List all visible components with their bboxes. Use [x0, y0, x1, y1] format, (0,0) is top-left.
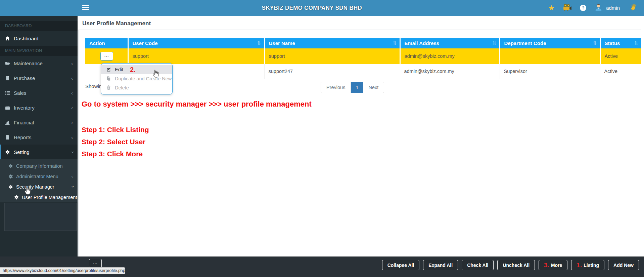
sidebar-item-reports[interactable]: Reports‹: [0, 130, 78, 145]
status-badge: Active: [600, 64, 641, 79]
setting-submenu: Company Information Administrator Menu‹ …: [0, 159, 78, 202]
top-navbar: SKYBIZ DEMO COMPANY SDN BHD ★ ? admin: [0, 0, 644, 16]
pagination: Previous 1 Next: [321, 82, 384, 93]
sort-icon: ⇅: [393, 40, 397, 46]
file-icon: [5, 76, 10, 81]
instruction-step-1: Step 1: Click Listing: [82, 126, 149, 134]
column-header-user-name[interactable]: User Name⇅: [264, 38, 400, 48]
sort-icon: ⇅: [593, 40, 597, 46]
chevron-down-icon: ‹: [70, 186, 75, 187]
chevron-down-icon: ‹: [69, 151, 75, 153]
step-2-annotation: 2.: [130, 66, 136, 73]
check-all-button[interactable]: Check All: [462, 260, 494, 270]
navbar-icons: ★ ? admin: [548, 0, 638, 16]
cell-email: admin@skybiz.com.my: [400, 64, 500, 79]
home-icon: [5, 36, 10, 41]
table-header-row: Action User Code⇅ User Name⇅ Email Addre…: [85, 38, 641, 48]
star-icon[interactable]: ★: [548, 4, 555, 12]
sort-icon: ⇅: [493, 40, 497, 46]
bar-chart-icon: [5, 120, 10, 125]
page-title: User Profile Management: [82, 20, 151, 27]
menu-item-delete[interactable]: Delete: [101, 83, 172, 92]
edit-icon: [106, 67, 111, 72]
chevron-left-icon: ‹: [71, 90, 73, 96]
user-name-label[interactable]: admin: [606, 5, 620, 11]
cell-email: admin@skybiz.com.my: [400, 48, 500, 64]
sidebar-item-inventory[interactable]: Inventory‹: [0, 100, 78, 115]
company-title: SKYBIZ DEMO COMPANY SDN BHD: [0, 0, 624, 16]
sidebar-item-dashboard[interactable]: Dashboard: [0, 31, 78, 46]
menu-item-duplicate-and-create-new[interactable]: Duplicate and Create New: [101, 74, 172, 83]
listing-button[interactable]: 1.Listing: [571, 260, 604, 270]
step-1-annotation: 1.: [577, 262, 582, 268]
cell-department: Supervisor: [500, 64, 600, 79]
expand-all-button[interactable]: Expand All: [423, 260, 458, 270]
help-icon[interactable]: ?: [580, 5, 586, 11]
sidebar-item-administrator-menu[interactable]: Administrator Menu‹: [0, 171, 78, 182]
main-content: User Profile Management Action User Code…: [78, 16, 644, 256]
cell-user-code: support: [128, 48, 264, 64]
cell-user-name: support: [264, 48, 400, 64]
cell-department: [500, 48, 600, 64]
cell-user-name: support247: [264, 64, 400, 79]
instruction-navigation: Go to system >>> security manager >>> us…: [82, 100, 312, 109]
collapse-all-button[interactable]: Collapse All: [382, 260, 420, 270]
uncheck-all-button[interactable]: Uncheck All: [497, 260, 535, 270]
sort-icon: ⇅: [257, 40, 261, 46]
row-action-more-button[interactable]: ...: [100, 52, 113, 61]
instruction-step-3: Step 3: Click More: [82, 150, 143, 158]
sidebar-overlay-panel: [4, 203, 77, 231]
gear-icon: [8, 164, 13, 168]
previous-page-button[interactable]: Previous: [321, 82, 351, 93]
briefcase-icon: [5, 105, 10, 110]
video-tutorial-icon[interactable]: [563, 3, 572, 12]
chevron-left-icon: ‹: [72, 174, 73, 179]
sidebar-item-company-information[interactable]: Company Information: [0, 161, 78, 171]
row-action-context-menu: Edit 2. Duplicate and Create New Delete: [101, 63, 173, 94]
browser-status-url: https://www.skybizcloud.com/01/setting/u…: [0, 267, 125, 274]
sidebar-section-main-navigation: MAIN NAVIGATION: [0, 46, 78, 56]
column-header-action[interactable]: Action: [85, 38, 128, 48]
sidebar-item-setting[interactable]: Setting‹: [0, 145, 78, 159]
gear-icon: [14, 195, 19, 200]
chevron-left-icon: ‹: [71, 61, 73, 66]
greeting-hand-icon[interactable]: [630, 3, 638, 13]
sidebar-item-sales[interactable]: Sales‹: [0, 85, 78, 100]
chevron-left-icon: ‹: [71, 134, 73, 140]
column-header-email-address[interactable]: Email Address⇅: [400, 38, 500, 48]
sidebar: DASHBOARD Dashboard MAIN NAVIGATION Main…: [0, 16, 78, 277]
gears-icon: [5, 150, 10, 155]
more-button[interactable]: 3.More: [539, 260, 567, 270]
sidebar-section-dashboard: DASHBOARD: [0, 21, 78, 31]
column-header-department-code[interactable]: Department Code⇅: [500, 38, 600, 48]
chevron-left-icon: ‹: [71, 120, 73, 125]
copy-icon: [106, 76, 111, 81]
add-new-button[interactable]: Add New: [608, 260, 639, 270]
next-page-button[interactable]: Next: [363, 82, 384, 93]
folder-open-icon: [5, 61, 10, 66]
toolbar-buttons: Collapse All Expand All Check All Unchec…: [382, 260, 639, 270]
menu-item-edit[interactable]: Edit 2.: [101, 65, 172, 74]
gear-icon: [8, 185, 13, 189]
sidebar-item-financial[interactable]: Financial‹: [0, 115, 78, 130]
user-avatar[interactable]: [594, 3, 603, 13]
chevron-left-icon: ‹: [71, 105, 73, 111]
sidebar-item-security-manager[interactable]: Security Manager‹: [0, 182, 78, 192]
column-header-user-code[interactable]: User Code⇅: [128, 38, 264, 48]
instruction-step-2: Step 2: Select User: [82, 138, 145, 146]
sort-icon: ⇅: [634, 40, 638, 46]
step-3-annotation: 3.: [544, 262, 549, 268]
sidebar-item-user-profile-management[interactable]: User Profile Management: [0, 192, 78, 202]
status-badge: Active: [600, 48, 641, 64]
list-icon: [5, 90, 10, 95]
table-row-selected[interactable]: ... support support admin@skybiz.com.my …: [85, 48, 641, 64]
chevron-left-icon: ‹: [71, 75, 73, 81]
trash-icon: [106, 85, 111, 90]
app-root: SKYBIZ DEMO COMPANY SDN BHD ★ ? admin DA…: [0, 0, 644, 277]
sidebar-item-purchase[interactable]: Purchase‹: [0, 71, 78, 85]
page-number-button[interactable]: 1: [351, 82, 363, 93]
sidebar-item-maintenance[interactable]: Maintenance‹: [0, 56, 78, 71]
file-icon: [5, 135, 10, 140]
column-header-status[interactable]: Status⇅: [600, 38, 641, 48]
toolbar-more-button[interactable]: ...: [89, 259, 102, 268]
